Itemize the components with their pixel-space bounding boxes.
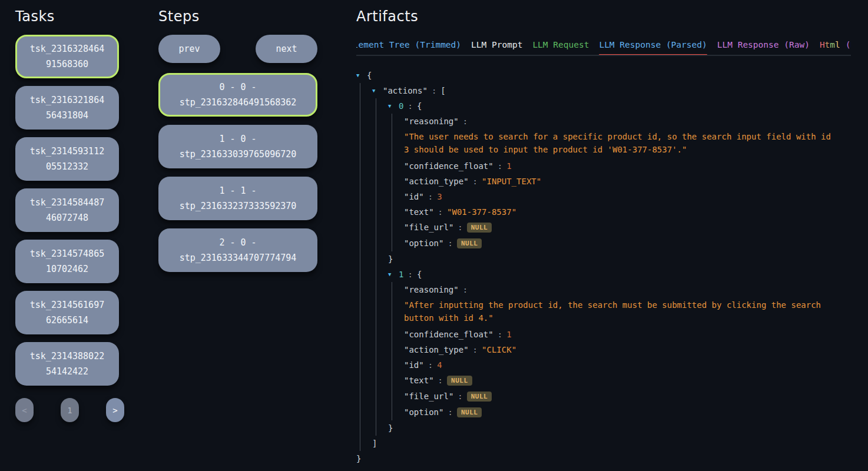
json-actions-children: ▼0:{ reasoning: The user needs to search… [376,98,851,436]
colon: : [448,238,452,248]
json-item1-close-row: } [388,420,851,436]
json-root-open-row: ▼{ [356,68,851,83]
json-array-index: 0 [399,101,403,111]
tab-html-raw[interactable]: Html(Raw) [820,39,851,55]
step-item[interactable]: 1 - 1 - stp_231633237333592370 [158,177,317,220]
json-key: confidence_float [404,161,493,171]
json-key: action_type [404,345,469,354]
steps-nav: prev next [158,35,317,63]
json-actions-row: ▼actions:[ [372,83,851,98]
page-number-button[interactable]: 1 [61,398,79,422]
json-key: text [404,376,434,385]
collapse-icon[interactable]: ▼ [388,267,395,282]
close-brace: } [388,254,393,264]
task-item[interactable]: tsk_231457486510702462 [15,240,119,283]
json-key: id [404,360,424,370]
json-row-action-type: action_type:CLICK [404,342,851,357]
next-step-button[interactable]: next [256,35,317,63]
json-row-action-type: action_type:INPUT_TEXT [404,174,851,189]
tab-llm-response-parsed[interactable]: LLM Response (Parsed) [599,39,707,55]
null-badge: NULL [457,407,482,417]
open-brace: { [417,101,422,111]
task-item[interactable]: tsk_231438802254142422 [15,342,119,386]
colon: : [473,177,478,186]
step-item[interactable]: 0 - 0 - stp_231632846491568362 [158,73,317,117]
tasks-title: Tasks [15,8,125,25]
json-root-children: ▼actions:[ ▼0:{ reasoning: The user need… [360,83,851,451]
null-badge: NULL [467,392,492,402]
json-item0-children: reasoning: The user needs to search for … [392,114,851,251]
json-key: option [404,238,443,248]
json-number-value: 4 [437,360,442,370]
colon: : [438,376,443,385]
json-row-confidence: confidence_float:1 [404,327,851,342]
open-brace: { [367,71,372,80]
json-item1-open-row: ▼1:{ [388,267,851,282]
task-item[interactable]: tsk_231458448746072748 [15,188,119,232]
colon: : [458,392,462,401]
json-key: option [404,407,443,417]
colon: : [428,192,433,201]
json-row-text: text:NULL [404,373,851,389]
json-row-option: option:NULL [404,404,851,420]
null-badge: NULL [457,238,482,248]
colon: : [498,330,502,339]
json-row-file-url: file_url:NULL [404,389,851,404]
collapse-icon[interactable]: ▼ [388,98,395,114]
json-key: actions [383,86,428,95]
colon: : [448,407,452,417]
json-number-value: 3 [437,192,442,201]
tab-html-suffix: (Raw) [846,40,851,49]
tab-llm-response-raw[interactable]: LLM Response (Raw) [717,39,810,55]
tab-llm-request[interactable]: LLM Request [532,39,589,55]
artifacts-title: Artifacts [356,8,851,25]
step-item[interactable]: 1 - 0 - stp_231633039765096720 [158,125,317,168]
json-row-reasoning-key: reasoning: [404,282,851,297]
steps-panel: Steps prev next 0 - 0 - stp_231632846491… [158,0,317,280]
json-row-confidence: confidence_float:1 [404,158,851,174]
task-item[interactable]: tsk_231459311205512332 [15,137,119,181]
colon: : [408,270,412,279]
json-row-reasoning-key: reasoning: [404,114,851,129]
step-item[interactable]: 2 - 0 - stp_231633344707774794 [158,228,317,272]
json-string-value: After inputting the product id, the sear… [404,298,834,324]
colon: : [458,223,462,232]
page-prev-button[interactable]: < [15,398,34,422]
collapse-icon[interactable]: ▼ [356,68,363,83]
null-badge: NULL [467,223,492,233]
null-badge: NULL [447,376,472,386]
json-item0-close-row: } [388,251,851,267]
tab-llm-prompt[interactable]: LLM Prompt [471,39,522,55]
json-key: file_url [404,223,453,232]
json-key: reasoning [404,285,459,294]
artifacts-panel: Artifacts Element Tree (Trimmed) LLM Pro… [356,0,851,466]
tab-element-tree-trimmed[interactable]: Element Tree (Trimmed) [356,39,461,55]
colon: : [473,345,478,354]
json-number-value: 1 [506,330,511,339]
tasks-panel: Tasks tsk_231632846491568360 tsk_2316321… [15,0,125,422]
task-item[interactable]: tsk_231632846491568360 [15,35,119,78]
json-item1-children: reasoning: After inputting the product i… [392,282,851,420]
json-key: file_url [404,392,453,401]
close-brace: } [356,454,361,463]
close-bracket: ] [372,439,377,448]
colon: : [463,285,468,294]
collapse-icon[interactable]: ▼ [372,83,379,98]
page-next-button[interactable]: > [106,398,124,422]
json-row-text: text:W01-377-8537 [404,204,851,220]
json-number-value: 1 [506,161,511,171]
json-string-value: W01-377-8537 [447,207,516,217]
tab-html-char: m [830,40,835,49]
task-item[interactable]: tsk_231456169762665614 [15,291,119,334]
prev-step-button[interactable]: prev [158,35,220,63]
json-tree-viewer: ▼{ ▼actions:[ ▼0:{ reasoning: The user n… [356,68,851,466]
open-bracket: [ [440,86,445,95]
json-string-value: CLICK [482,345,516,354]
colon: : [432,86,436,95]
task-item[interactable]: tsk_231632186456431804 [15,86,119,130]
tab-html-char: H [820,40,825,49]
colon: : [498,161,502,171]
json-string-value: INPUT_TEXT [482,177,541,186]
json-key: action_type [404,177,469,186]
steps-title: Steps [158,8,317,25]
